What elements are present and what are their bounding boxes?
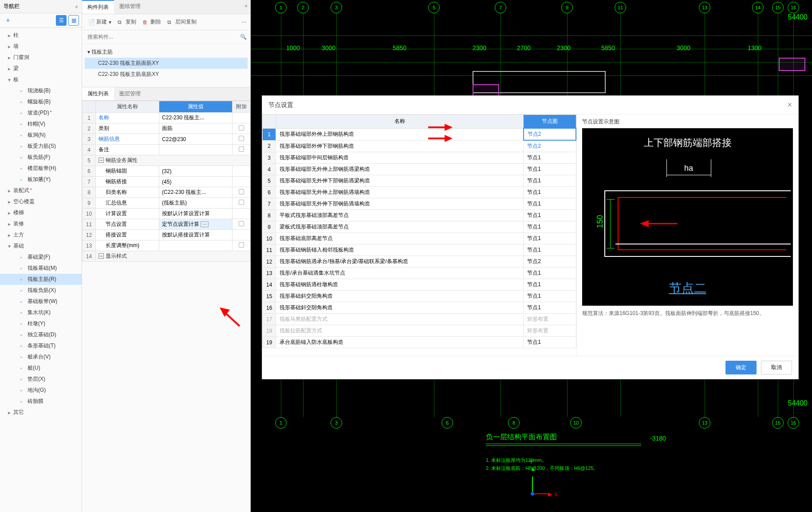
toolbar-copy[interactable]: ⧉复制	[115, 17, 139, 27]
checkbox[interactable]	[239, 146, 244, 152]
nav-leaf[interactable]: ▫螺旋板(B)	[0, 96, 82, 107]
nav-category[interactable]: ▸装配式	[0, 185, 82, 196]
nav-category[interactable]: ▸装修	[0, 218, 82, 229]
prop-row[interactable]: 7钢筋搭接(45)	[83, 177, 250, 187]
nav-leaf[interactable]: ▫柱帽(V)	[0, 118, 82, 130]
tab-close-icon[interactable]: «	[242, 0, 250, 14]
nav-category[interactable]: ▸墙	[0, 41, 82, 52]
node-pic-cell[interactable]: 节点2	[524, 140, 576, 152]
nav-category[interactable]: ▾板	[0, 74, 82, 85]
checkbox[interactable]	[239, 125, 244, 130]
prop-row[interactable]: 14−显示样式	[83, 251, 250, 262]
node-row[interactable]: 2筏形基础端部外伸下部钢筋构造节点2	[263, 140, 576, 152]
prop-value-cell[interactable]: C22-230 筏板主...	[159, 113, 233, 123]
prop-value-cell[interactable]: C22@230	[159, 134, 233, 145]
tab-layers[interactable]: 图层管理	[114, 87, 146, 100]
nav-leaf[interactable]: ▫垫层(X)	[0, 374, 82, 385]
prop-value-cell[interactable]: 按默认搭接设置计算	[159, 230, 233, 240]
prop-row[interactable]: 6钢筋锚固(32)	[83, 166, 250, 177]
prop-row[interactable]: 4备注	[83, 145, 250, 155]
search-input[interactable]	[86, 32, 240, 42]
checkbox[interactable]	[239, 221, 244, 226]
nav-leaf[interactable]: ▫筏板主筋(R)	[0, 274, 82, 285]
nav-leaf[interactable]: ▫板加腋(Y)	[0, 174, 82, 185]
node-pic-cell[interactable]: 节点1	[524, 210, 576, 221]
prop-value-cell[interactable]: 面筋	[159, 123, 233, 134]
node-pic-cell[interactable]: 节点1	[524, 152, 576, 164]
prop-row[interactable]: 12搭接设置按默认搭接设置计算	[83, 230, 250, 240]
node-row[interactable]: 13筏形/承台基础遇集水坑节点节点1	[263, 268, 576, 279]
tab-components[interactable]: 构件列表	[82, 0, 114, 14]
node-pic-cell[interactable]: 节点1	[524, 302, 576, 314]
nav-collapse-icon[interactable]: «	[75, 4, 78, 10]
checkbox[interactable]	[239, 136, 244, 141]
node-pic-cell[interactable]: 节点1	[524, 279, 576, 291]
node-pic-cell[interactable]: 节点2	[524, 256, 576, 268]
search-icon[interactable]: 🔍	[240, 34, 247, 40]
nav-leaf[interactable]: ▫基础板带(W)	[0, 296, 82, 307]
node-pic-cell[interactable]: 矩形布置	[524, 325, 576, 337]
node-pic-cell[interactable]: 节点1	[524, 164, 576, 175]
checkbox[interactable]	[239, 189, 244, 194]
node-pic-cell[interactable]: 节点1	[524, 175, 576, 187]
node-row[interactable]: 9梁板式筏形基础顶部高差节点节点1	[263, 221, 576, 233]
cancel-button[interactable]: 取消	[761, 361, 792, 374]
prop-value-cell[interactable]: 按默认计算设置计算	[159, 209, 233, 219]
prop-value-cell[interactable]: (45)	[159, 177, 233, 187]
view-list-icon[interactable]: ☰	[56, 15, 67, 26]
comp-parent[interactable]: ▾ 筏板主筋	[85, 47, 248, 58]
nav-leaf[interactable]: ▫集水坑(K)	[0, 307, 82, 318]
prop-value-cell[interactable]: 定节点设置计算 ⋯	[159, 219, 233, 230]
node-pic-cell[interactable]: 节点1	[524, 198, 576, 210]
node-row[interactable]: 12筏形基础钢筋遇承台/独基/承台梁/基础联系梁/条基构造节点2	[263, 256, 576, 268]
nav-category[interactable]: ▸门窗洞	[0, 52, 82, 63]
node-pic-cell[interactable]: 节点1	[524, 337, 576, 348]
nav-category[interactable]: ▸土方	[0, 229, 82, 240]
more-icon[interactable]: ⋯	[241, 19, 247, 25]
nav-leaf[interactable]: ▫筏板负筋(X)	[0, 285, 82, 296]
node-row[interactable]: 17筏板马凳筋配置方式矩形布置	[263, 314, 576, 325]
checkbox[interactable]	[239, 242, 244, 248]
toolbar-layer-copy[interactable]: ⧉层间复制	[165, 17, 199, 27]
node-row[interactable]: 16筏形基础斜交阴角构造节点1	[263, 302, 576, 314]
view-grid-icon[interactable]: ▦	[68, 15, 79, 26]
nav-leaf[interactable]: ▫桩(U)	[0, 362, 82, 374]
node-row[interactable]: 14筏形基础钢筋遇柱墩构造节点1	[263, 279, 576, 291]
prop-value-cell[interactable]: (筏板主筋)	[159, 198, 233, 209]
node-row[interactable]: 5筏形基础端部无外伸下部钢筋遇梁构造节点1	[263, 175, 576, 187]
prop-row[interactable]: 3钢筋信息C22@230	[83, 134, 250, 145]
node-pic-cell[interactable]: 节点1	[524, 291, 576, 302]
node-row[interactable]: 7筏形基础端部无外伸下部钢筋遇墙构造节点1	[263, 198, 576, 210]
node-pic-cell[interactable]: 节点1	[524, 244, 576, 256]
node-pic-cell[interactable]: 矩形布置	[524, 314, 576, 325]
prop-value-cell[interactable]	[159, 145, 233, 155]
nav-leaf[interactable]: ▫筏板基础(M)	[0, 263, 82, 274]
nav-leaf[interactable]: ▫板负筋(F)	[0, 152, 82, 163]
prop-row[interactable]: 2类别面筋	[83, 123, 250, 134]
nav-leaf[interactable]: ▫独立基础(D)	[0, 329, 82, 340]
checkbox[interactable]	[239, 200, 244, 205]
toolbar-delete[interactable]: 🗑删除	[140, 17, 164, 27]
node-row[interactable]: 3筏形基础端部中间层钢筋构造节点1	[263, 152, 576, 164]
nav-category[interactable]: ▸楼梯	[0, 207, 82, 218]
node-row[interactable]: 19承台底筋锚入防水底板构造节点1	[263, 337, 576, 348]
nav-leaf[interactable]: ▫基础梁(F)	[0, 252, 82, 263]
toolbar-new[interactable]: 📄新建▾	[86, 17, 114, 27]
node-pic-cell[interactable]: 节点1	[524, 221, 576, 233]
prop-row[interactable]: 13长度调整(mm)	[83, 240, 250, 251]
nav-leaf[interactable]: ▫砖胎膜	[0, 396, 82, 407]
prop-value-cell[interactable]: (C22-230 筏板主...	[159, 187, 233, 198]
node-row[interactable]: 1筏形基础端部外伸上部钢筋构造节点2	[263, 128, 576, 140]
prop-row[interactable]: 9汇总信息(筏板主筋)	[83, 198, 250, 209]
nav-leaf[interactable]: ▫楼层板带(H)	[0, 163, 82, 174]
nav-category[interactable]: ▸梁	[0, 63, 82, 74]
prop-row[interactable]: 11节点设置定节点设置计算 ⋯	[83, 219, 250, 230]
nav-leaf[interactable]: ▫桩承台(V)	[0, 351, 82, 362]
node-row[interactable]: 18筏板拉筋配置方式矩形布置	[263, 325, 576, 337]
prop-row[interactable]: 1名称C22-230 筏板主...	[83, 113, 250, 123]
component-item[interactable]: C22-230 筏板主筋面筋XY	[85, 58, 248, 69]
nav-leaf[interactable]: ▫板受力筋(S)	[0, 141, 82, 152]
node-pic-cell[interactable]: 节点1	[524, 187, 576, 198]
node-row[interactable]: 4筏形基础端部无外伸上部钢筋遇梁构造节点1	[263, 164, 576, 175]
prop-value-cell[interactable]: (32)	[159, 166, 233, 177]
